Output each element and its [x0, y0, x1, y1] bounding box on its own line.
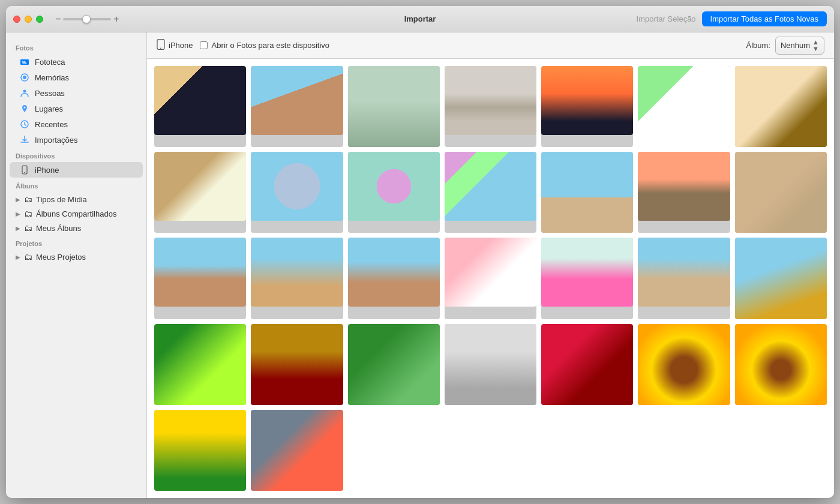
album-arrows-icon: ▲ ▼	[812, 39, 819, 52]
photo-cell[interactable]	[348, 324, 440, 405]
photo-cell[interactable]	[445, 66, 536, 147]
sidebar-item-albuns-compartilhados[interactable]: ▶ 🗂 Álbuns Compartilhados	[10, 206, 143, 221]
svg-point-4	[23, 76, 26, 79]
open-photos-label[interactable]: Abrir o Fotos para este dispositivo	[200, 41, 329, 50]
import-all-button[interactable]: Importar Todas as Fotos Novas	[702, 11, 827, 26]
photo-cell[interactable]	[735, 238, 827, 319]
sidebar-lugares-label: Lugares	[35, 104, 63, 113]
photo-cell[interactable]	[251, 324, 343, 405]
minimize-button[interactable]	[25, 16, 32, 23]
svg-point-9	[24, 172, 25, 173]
sidebar-iphone-label: iPhone	[35, 166, 59, 175]
sidebar-recentes-label: Recentes	[35, 120, 68, 129]
album-label: Álbum:	[746, 41, 770, 50]
photo-cell[interactable]	[348, 152, 440, 233]
photo-cell[interactable]	[154, 324, 246, 405]
zoom-minus-button[interactable]: −	[55, 14, 61, 24]
photo-cell[interactable]	[735, 324, 827, 405]
sidebar-item-recentes[interactable]: Recentes	[10, 116, 143, 132]
chevron-tipos-icon: ▶	[16, 196, 20, 203]
sidebar-memorias-label: Memórias	[35, 73, 69, 82]
sidebar-section-fotos: Fotos	[6, 40, 146, 54]
sidebar-item-lugares[interactable]: Lugares	[10, 101, 143, 116]
lugares-icon	[19, 103, 30, 114]
album-value: Nenhum	[781, 41, 810, 50]
zoom-slider[interactable]	[63, 18, 111, 20]
chevron-meus-albuns-icon: ▶	[16, 225, 20, 232]
photo-cell[interactable]	[445, 324, 536, 405]
main-content: Fotos Fototeca	[6, 32, 834, 498]
photo-cell[interactable]	[541, 324, 633, 405]
sidebar-item-importacoes[interactable]: Importações	[10, 132, 143, 148]
titlebar: − + Importar Importar Seleção Importar T…	[6, 6, 834, 32]
photo-cell[interactable]	[348, 66, 440, 147]
photo-cell[interactable]	[445, 238, 536, 319]
pessoas-icon	[19, 88, 30, 98]
zoom-controls: − +	[55, 14, 119, 24]
zoom-thumb[interactable]	[82, 15, 91, 23]
photo-cell[interactable]	[251, 66, 343, 147]
importacoes-icon	[19, 134, 30, 145]
iphone-sidebar-icon	[19, 164, 30, 175]
photo-cell[interactable]	[638, 152, 730, 233]
photo-cell[interactable]	[541, 238, 633, 319]
photo-cell[interactable]	[541, 152, 633, 233]
open-photos-checkbox[interactable]	[200, 41, 208, 49]
photo-grid	[147, 59, 834, 498]
sidebar-item-meus-projetos[interactable]: ▶ 🗂 Meus Projetos	[10, 250, 143, 264]
sidebar-meus-albuns-label: Meus Álbuns	[36, 224, 81, 233]
photo-cell[interactable]	[735, 152, 827, 233]
window-title: Importar	[404, 14, 436, 23]
import-area: iPhone Abrir o Fotos para este dispositi…	[147, 32, 834, 498]
photo-cell[interactable]	[251, 410, 343, 491]
photo-cell[interactable]	[638, 324, 730, 405]
fototeca-icon	[19, 56, 30, 67]
zoom-plus-button[interactable]: +	[113, 14, 119, 24]
album-select-group: Álbum: Nenhum ▲ ▼	[746, 37, 825, 55]
sidebar-item-meus-albuns[interactable]: ▶ 🗂 Meus Álbuns	[10, 221, 143, 235]
sidebar-item-pessoas[interactable]: Pessoas	[10, 85, 143, 101]
photo-cell[interactable]	[445, 152, 536, 233]
photo-cell[interactable]	[251, 152, 343, 233]
main-window: − + Importar Importar Seleção Importar T…	[6, 6, 834, 498]
sidebar-pessoas-label: Pessoas	[35, 89, 65, 98]
photo-cell[interactable]	[154, 66, 246, 147]
sidebar-section-albuns: Álbuns	[6, 178, 146, 192]
titlebar-actions: Importar Seleção Importar Todas as Fotos…	[637, 11, 827, 26]
photo-cell[interactable]	[154, 152, 246, 233]
sidebar-compartilhados-label: Álbuns Compartilhados	[36, 209, 116, 218]
sidebar-fototeca-label: Fototeca	[35, 58, 65, 67]
photo-cell[interactable]	[735, 66, 827, 147]
photo-cell[interactable]	[541, 66, 633, 147]
maximize-button[interactable]	[36, 16, 43, 23]
sidebar-tipos-label: Tipos de Mídia	[36, 195, 87, 204]
photo-cell[interactable]	[154, 238, 246, 319]
sidebar-item-iphone[interactable]: iPhone	[10, 162, 143, 178]
sidebar-importacoes-label: Importações	[35, 136, 78, 145]
traffic-lights	[13, 16, 43, 23]
album-dropdown[interactable]: Nenhum ▲ ▼	[775, 37, 824, 55]
chevron-projetos-icon: ▶	[16, 254, 20, 260]
photo-cell[interactable]	[154, 410, 246, 491]
chevron-compartilhados-icon: ▶	[16, 211, 20, 217]
svg-point-5	[23, 90, 26, 93]
sidebar-section-projetos: Projetos	[6, 235, 146, 250]
open-photos-text: Abrir o Fotos para este dispositivo	[211, 41, 329, 50]
device-name-label: iPhone	[169, 41, 193, 50]
sidebar-item-tipos-midia[interactable]: ▶ 🗂 Tipos de Mídia	[10, 192, 143, 206]
sidebar-section-dispositivos: Dispositivos	[6, 148, 146, 162]
sidebar-item-fototeca[interactable]: Fototeca	[10, 54, 143, 70]
import-selection-button[interactable]: Importar Seleção	[637, 14, 696, 23]
photo-cell[interactable]	[251, 238, 343, 319]
import-toolbar: iPhone Abrir o Fotos para este dispositi…	[147, 32, 834, 59]
folder-tipos-icon: 🗂	[24, 194, 32, 204]
svg-point-6	[24, 107, 26, 109]
close-button[interactable]	[13, 16, 20, 23]
svg-point-11	[160, 48, 161, 49]
photo-cell[interactable]	[638, 66, 730, 147]
device-indicator: iPhone	[157, 39, 193, 52]
photo-cell[interactable]	[638, 238, 730, 319]
photo-cell[interactable]	[348, 238, 440, 319]
sidebar-item-memorias[interactable]: Memórias	[10, 70, 143, 85]
sidebar-projetos-label: Meus Projetos	[36, 253, 86, 262]
